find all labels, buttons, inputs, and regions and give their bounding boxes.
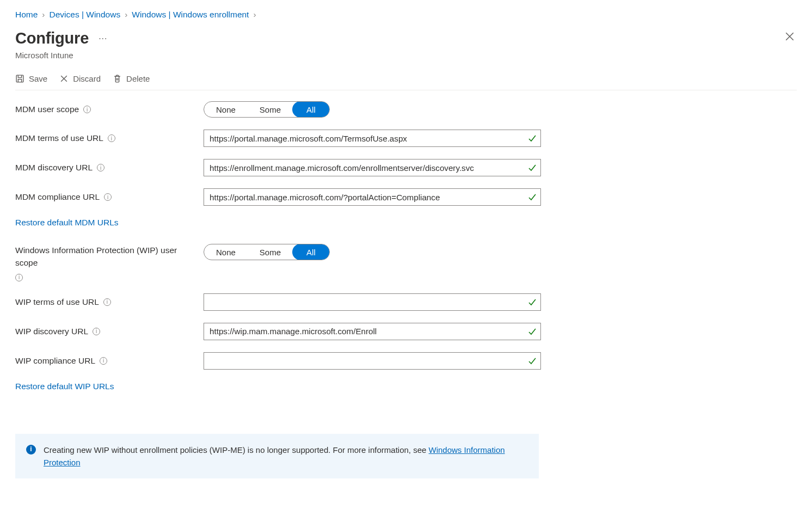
mdm-compliance-label: MDM compliance URL	[15, 192, 100, 202]
page-subtitle: Microsoft Intune	[15, 51, 107, 60]
mdm-scope-segmented[interactable]: None Some All	[204, 101, 330, 118]
chevron-right-icon: ›	[253, 10, 256, 20]
breadcrumb-enrollment[interactable]: Windows | Windows enrollment	[132, 10, 249, 20]
save-button[interactable]: Save	[15, 74, 47, 83]
delete-button[interactable]: Delete	[113, 74, 150, 83]
info-icon[interactable]: i	[104, 193, 112, 201]
svg-rect-0	[16, 75, 23, 82]
chevron-right-icon: ›	[125, 10, 127, 20]
breadcrumb-home[interactable]: Home	[15, 10, 38, 20]
wip-terms-label: WIP terms of use URL	[15, 297, 99, 307]
wip-scope-segmented[interactable]: None Some All	[204, 244, 330, 260]
info-banner: i Creating new WIP without enrollment po…	[15, 434, 539, 479]
page-title: Configure	[15, 29, 89, 47]
wip-scope-all[interactable]: All	[292, 244, 330, 260]
info-icon[interactable]: i	[108, 134, 115, 142]
mdm-discovery-input[interactable]	[204, 159, 541, 176]
discard-icon	[59, 74, 69, 83]
restore-mdm-link[interactable]: Restore default MDM URLs	[15, 218, 119, 228]
form: MDM user scope i None Some All MDM terms…	[15, 101, 559, 478]
mdm-scope-label: MDM user scope	[15, 105, 79, 114]
more-actions-button[interactable]: ···	[99, 34, 107, 44]
mdm-compliance-input[interactable]	[204, 188, 541, 206]
mdm-terms-label: MDM terms of use URL	[15, 133, 103, 143]
info-icon[interactable]: i	[97, 164, 104, 171]
save-label: Save	[29, 74, 47, 83]
info-icon[interactable]: i	[93, 328, 100, 335]
wip-scope-label: Windows Information Protection (WIP) use…	[15, 244, 196, 269]
info-icon[interactable]: i	[103, 298, 111, 306]
mdm-scope-all[interactable]: All	[292, 101, 330, 118]
mdm-scope-none[interactable]: None	[204, 102, 248, 117]
restore-wip-link[interactable]: Restore default WIP URLs	[15, 382, 114, 391]
wip-scope-some[interactable]: Some	[248, 244, 293, 260]
close-button[interactable]	[783, 29, 797, 44]
close-icon	[785, 32, 795, 41]
wip-terms-input[interactable]	[204, 293, 541, 311]
info-badge-icon: i	[26, 445, 36, 455]
wip-compliance-input[interactable]	[204, 352, 541, 370]
discard-label: Discard	[73, 74, 101, 83]
chevron-right-icon: ›	[42, 10, 45, 20]
info-icon[interactable]: i	[15, 274, 23, 281]
wip-discovery-input[interactable]	[204, 323, 541, 340]
mdm-scope-some[interactable]: Some	[248, 102, 293, 117]
mdm-terms-input[interactable]	[204, 130, 541, 147]
delete-label: Delete	[126, 74, 150, 83]
wip-scope-none[interactable]: None	[204, 244, 248, 260]
save-icon	[15, 74, 24, 83]
mdm-discovery-label: MDM discovery URL	[15, 163, 93, 173]
wip-discovery-label: WIP discovery URL	[15, 327, 88, 336]
toolbar: Save Discard Delete	[15, 74, 797, 90]
discard-button[interactable]: Discard	[59, 74, 101, 83]
info-icon[interactable]: i	[83, 106, 91, 113]
delete-icon	[113, 74, 122, 83]
breadcrumb: Home › Devices | Windows › Windows | Win…	[15, 10, 797, 20]
breadcrumb-devices[interactable]: Devices | Windows	[50, 10, 121, 20]
wip-compliance-label: WIP compliance URL	[15, 356, 95, 366]
info-banner-text: Creating new WIP without enrollment poli…	[44, 444, 528, 469]
info-icon[interactable]: i	[100, 357, 107, 365]
